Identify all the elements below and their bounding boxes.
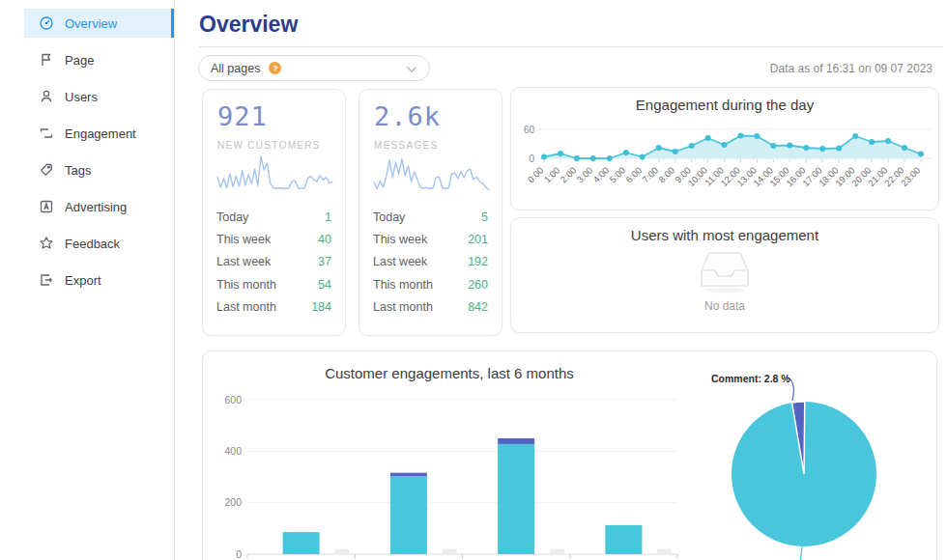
engagements-6months-card: Customer engagements, last 6 months 6004… (202, 350, 937, 560)
tags-icon (39, 162, 54, 178)
messages-value: 2.6k (374, 101, 441, 131)
title-divider (199, 46, 943, 47)
stat-row: This week40 (216, 228, 331, 250)
svg-text:400: 400 (224, 445, 242, 457)
sidebar-item-label: Export (65, 273, 101, 288)
messages-sparkline (373, 152, 490, 196)
data-as-of-label: Data as of 16:31 on 09 07 2023 (770, 62, 933, 75)
advertising-icon (39, 199, 54, 214)
svg-text:60: 60 (524, 125, 535, 135)
svg-text:2:00: 2:00 (558, 165, 578, 185)
svg-text:7:00: 7:00 (640, 165, 660, 185)
messages-card: 2.6k MESSAGES Today5 This week201 Last w… (359, 89, 502, 336)
top-users-title: Users with most engagement (511, 227, 938, 243)
stat-row: Last month842 (373, 296, 488, 319)
empty-state: No data (511, 249, 938, 313)
sidebar-item-label: Engagement (65, 126, 136, 141)
new-customers-value: 921 (217, 101, 268, 131)
users-icon (39, 89, 54, 104)
stat-row: Today1 (216, 206, 331, 228)
stat-row: Last week37 (216, 251, 331, 273)
svg-text:0: 0 (529, 154, 534, 164)
stat-row: Today5 (373, 206, 488, 228)
engagement-day-card: Engagement during the day 6000:001:002:0… (510, 87, 939, 210)
svg-text:4:00: 4:00 (590, 165, 611, 185)
help-badge-icon[interactable]: ? (269, 62, 281, 74)
engagement-area-chart: 6000:001:002:003:004:005:006:007:008:009… (511, 115, 940, 211)
stat-row: This month54 (216, 273, 331, 295)
sidebar-item-users[interactable]: Users (24, 82, 174, 111)
stat-row: This week201 (373, 228, 488, 250)
top-users-card: Users with most engagement No data (510, 217, 939, 333)
chevron-down-icon (406, 60, 417, 77)
engagement-icon (39, 126, 54, 141)
sidebar-item-label: Users (65, 90, 98, 104)
feedback-icon (39, 236, 54, 251)
page-icon (39, 52, 54, 68)
svg-text:1:00: 1:00 (542, 165, 562, 185)
sidebar: Overview Page Users Engagement Tags (0, 0, 175, 560)
empty-inbox-icon (698, 249, 752, 294)
svg-text:Comment: 2.8 %: Comment: 2.8 % (711, 373, 790, 384)
stat-row: Last month184 (216, 296, 331, 319)
page-filter-value: All pages (211, 62, 260, 75)
sidebar-item-tags[interactable]: Tags (24, 155, 174, 184)
new-customers-caption: NEW CUSTOMERS (217, 140, 321, 151)
sidebar-item-engagement[interactable]: Engagement (24, 119, 174, 148)
svg-text:8:00: 8:00 (656, 165, 676, 185)
new-customers-card: 921 NEW CUSTOMERS Today1 This week40 Las… (202, 89, 346, 336)
stat-row: Last week192 (373, 251, 488, 273)
stat-row: This month260 (373, 273, 488, 295)
bar-chart-title: Customer engagements, last 6 months (208, 365, 691, 381)
svg-text:3:00: 3:00 (574, 165, 594, 185)
engagements-pie-chart: Comment: 2.8 % (647, 356, 937, 560)
svg-text:5:00: 5:00 (607, 165, 627, 185)
sidebar-item-overview[interactable]: Overview (24, 9, 174, 38)
sidebar-item-label: Overview (65, 16, 117, 31)
svg-text:200: 200 (224, 496, 242, 508)
svg-text:600: 600 (224, 394, 242, 406)
new-customers-rows: Today1 This week40 Last week37 This mont… (216, 206, 331, 319)
sidebar-item-label: Feedback (65, 237, 120, 251)
sidebar-item-export[interactable]: Export (24, 266, 174, 294)
svg-text:0:00: 0:00 (526, 165, 546, 185)
no-data-label: No data (511, 299, 938, 313)
page-filter-select[interactable]: All pages ? (198, 55, 430, 81)
sidebar-item-feedback[interactable]: Feedback (24, 229, 174, 258)
engagements-bar-chart: 6004002000 (213, 390, 686, 559)
svg-text:6:00: 6:00 (623, 165, 644, 185)
export-icon (39, 272, 54, 288)
sidebar-item-label: Advertising (65, 200, 127, 214)
sidebar-item-advertising[interactable]: Advertising (24, 192, 174, 221)
messages-caption: MESSAGES (374, 140, 439, 151)
overview-icon (39, 15, 54, 31)
page-title: Overview (199, 12, 298, 38)
sidebar-item-page[interactable]: Page (24, 45, 174, 74)
messages-rows: Today5 This week201 Last week192 This mo… (373, 206, 488, 319)
main-content: Overview All pages ? Data as of 16:31 on… (176, 0, 947, 560)
svg-text:0: 0 (236, 548, 242, 560)
engagement-chart-title: Engagement during the day (511, 97, 938, 113)
svg-text:23:00: 23:00 (899, 165, 923, 189)
sidebar-item-label: Tags (65, 163, 91, 178)
new-customers-sparkline (216, 152, 333, 196)
sidebar-item-label: Page (65, 53, 94, 68)
